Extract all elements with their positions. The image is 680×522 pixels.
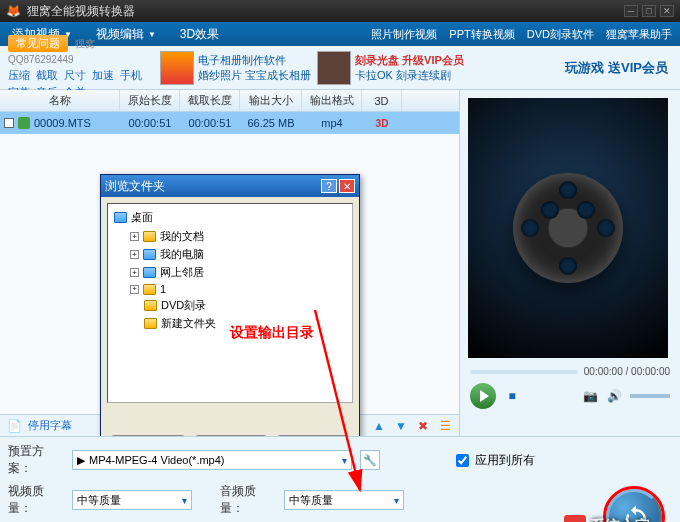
faq-link[interactable]: 尺寸 — [64, 68, 86, 83]
tree-label: 新建文件夹 — [161, 316, 216, 331]
faq-link[interactable]: 压缩 — [8, 68, 30, 83]
col-name[interactable]: 名称 — [0, 90, 120, 111]
stop-button[interactable]: ■ — [504, 388, 520, 404]
video-quality-dropdown[interactable]: 中等质量 — [72, 490, 192, 510]
toolbar: 常见问题 狸窝QQ876292449 压缩 截取 尺寸 加速 手机 字幕 音乐 … — [0, 46, 680, 90]
video-progress: 00:00:00 / 00:00:00 — [460, 366, 680, 377]
promo-text[interactable]: 电子相册制作软件 — [198, 53, 311, 68]
window-title: 狸窝全能视频转换器 — [27, 3, 135, 20]
preset-label: 预置方案： — [8, 443, 64, 477]
dialog-title: 浏览文件夹 — [105, 178, 165, 195]
file-list-body: 浏览文件夹 ? ✕ 桌面 +我的文档 +我的电脑 — [0, 134, 459, 414]
cell-orig: 00:00:51 — [120, 117, 180, 129]
col-size[interactable]: 输出大小 — [240, 90, 302, 111]
tree-label: 桌面 — [131, 210, 153, 225]
disable-subtitle-button[interactable]: 停用字幕 — [28, 418, 72, 433]
folder-icon — [144, 318, 157, 329]
close-window-button[interactable]: ✕ — [660, 5, 674, 17]
tree-label: 网上邻居 — [160, 265, 204, 280]
row-checkbox[interactable] — [4, 118, 14, 128]
content-area: 名称 原始长度 截取长度 输出大小 输出格式 3D 00009.MTS 00:0… — [0, 90, 680, 436]
dialog-close-button[interactable]: ✕ — [339, 179, 355, 193]
tree-label: 1 — [160, 283, 166, 295]
video-time: 00:00:00 / 00:00:00 — [584, 366, 670, 377]
browse-folder-dialog: 浏览文件夹 ? ✕ 桌面 +我的文档 +我的电脑 — [100, 174, 360, 464]
expander-icon[interactable]: + — [130, 268, 139, 277]
subtitle-icon: 📄 — [6, 418, 22, 434]
vip-promo[interactable]: 玩游戏 送VIP会员 — [565, 59, 680, 77]
promo-image — [317, 51, 351, 85]
preset-dropdown[interactable]: ▶MP4-MPEG-4 Video(*.mp4) — [72, 450, 352, 470]
preset-settings-button[interactable]: 🔧 — [360, 450, 380, 470]
folder-icon — [143, 284, 156, 295]
file-list-header: 名称 原始长度 截取长度 输出大小 输出格式 3D — [0, 90, 459, 112]
folder-tree[interactable]: 桌面 +我的文档 +我的电脑 +网上邻居 +1 DVD刻录 新建文件夹 — [107, 203, 353, 403]
video-seek-slider[interactable] — [470, 370, 578, 374]
tree-item[interactable]: 新建文件夹 — [144, 316, 346, 331]
dialog-titlebar[interactable]: 浏览文件夹 ? ✕ — [101, 175, 359, 197]
video-controls: ■ 📷 🔊 — [460, 377, 680, 415]
computer-icon — [143, 249, 156, 260]
faq-link[interactable]: 加速 — [92, 68, 114, 83]
promo-image — [160, 51, 194, 85]
expander-icon[interactable]: + — [130, 285, 139, 294]
tree-item[interactable]: DVD刻录 — [144, 298, 346, 313]
promo-text[interactable]: 刻录光盘 升级VIP会员 — [355, 53, 464, 68]
apply-all-label: 应用到所有 — [475, 452, 535, 469]
window-titlebar: 🦊 狸窝全能视频转换器 ─ □ ✕ — [0, 0, 680, 22]
move-up-icon[interactable]: ▲ — [371, 418, 387, 434]
tree-item[interactable]: +1 — [130, 283, 346, 295]
col-3d[interactable]: 3D — [362, 90, 402, 111]
ad-link[interactable]: 照片制作视频 — [371, 27, 437, 42]
promo-text[interactable]: 卡拉OK 刻录连续剧 — [355, 68, 464, 83]
dialog-help-button[interactable]: ? — [321, 179, 337, 193]
video-preview — [468, 98, 668, 358]
move-down-icon[interactable]: ▼ — [393, 418, 409, 434]
tree-label: 我的电脑 — [160, 247, 204, 262]
aq-label: 音频质量： — [220, 483, 276, 517]
menu-3d-effect[interactable]: 3D效果 — [168, 22, 231, 46]
play-button[interactable] — [470, 383, 496, 409]
volume-icon[interactable]: 🔊 — [606, 388, 622, 404]
desktop-icon — [114, 212, 127, 223]
expander-icon[interactable]: + — [130, 250, 139, 259]
expander-icon[interactable]: + — [130, 232, 139, 241]
cell-size: 66.25 MB — [240, 117, 302, 129]
preview-pane: 00:00:00 / 00:00:00 ■ 📷 🔊 — [460, 90, 680, 436]
faq-header: 常见问题 — [8, 35, 68, 52]
ad-link[interactable]: 狸窝苹果助手 — [606, 27, 672, 42]
apply-all-checkbox[interactable] — [456, 454, 469, 467]
col-orig[interactable]: 原始长度 — [120, 90, 180, 111]
promo-text[interactable]: 婚纱照片 宝宝成长相册 — [198, 68, 311, 83]
tree-label: 我的文档 — [160, 229, 204, 244]
ad-link[interactable]: PPT转换视频 — [449, 27, 514, 42]
tree-label: DVD刻录 — [161, 298, 206, 313]
tree-item[interactable]: +我的文档 — [130, 229, 346, 244]
file-name: 00009.MTS — [34, 117, 91, 129]
ad-link[interactable]: DVD刻录软件 — [527, 27, 594, 42]
col-cut[interactable]: 截取长度 — [180, 90, 240, 111]
cell-fmt: mp4 — [302, 117, 362, 129]
faq-link[interactable]: 手机 — [120, 68, 142, 83]
tree-root[interactable]: 桌面 — [114, 210, 346, 225]
col-fmt[interactable]: 输出格式 — [302, 90, 362, 111]
snapshot-icon[interactable]: 📷 — [582, 388, 598, 404]
volume-slider[interactable] — [630, 394, 670, 398]
tree-item[interactable]: +我的电脑 — [130, 247, 346, 262]
list-icon[interactable]: ☰ — [437, 418, 453, 434]
folder-icon — [144, 300, 157, 311]
network-icon — [143, 267, 156, 278]
minimize-button[interactable]: ─ — [624, 5, 638, 17]
cell-3d: 3D — [362, 118, 402, 129]
file-type-icon — [18, 117, 30, 129]
tree-item[interactable]: +网上邻居 — [130, 265, 346, 280]
audio-quality-dropdown[interactable]: 中等质量 — [284, 490, 404, 510]
delete-icon[interactable]: ✖ — [415, 418, 431, 434]
file-row[interactable]: 00009.MTS 00:00:51 00:00:51 66.25 MB mp4… — [0, 112, 459, 134]
cell-cut: 00:00:51 — [180, 117, 240, 129]
film-reel-icon — [513, 173, 623, 283]
maximize-button[interactable]: □ — [642, 5, 656, 17]
faq-link[interactable]: 截取 — [36, 68, 58, 83]
settings-panel: 预置方案： ▶MP4-MPEG-4 Video(*.mp4) 🔧 应用到所有 视… — [0, 436, 680, 522]
vq-label: 视频质量： — [8, 483, 64, 517]
